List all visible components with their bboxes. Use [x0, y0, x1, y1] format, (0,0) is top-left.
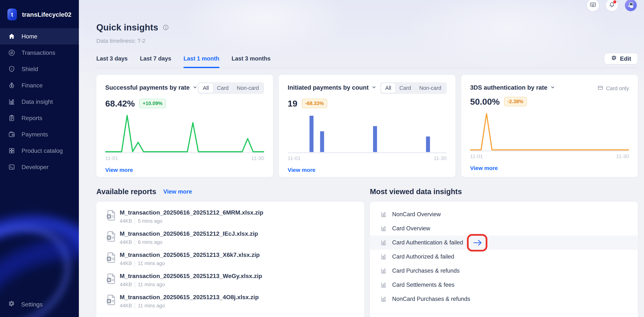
tab-last-7-days[interactable]: Last 7 days — [140, 55, 171, 68]
delta-badge: +10.09% — [139, 99, 166, 108]
segmented-control: All Card Non-card — [198, 82, 264, 94]
metric-value: 50.00% — [470, 96, 500, 107]
sidebar-item-developer[interactable]: Developer — [0, 159, 79, 175]
time-range-tabs: Last 3 days Last 7 days Last 1 month Las… — [96, 53, 638, 68]
home-icon — [8, 32, 16, 40]
assistant-avatar-button[interactable] — [625, 0, 637, 11]
sidebar-item-transactions[interactable]: Transactions — [0, 44, 79, 61]
reports-view-more-link[interactable]: View more — [163, 188, 192, 195]
insight-item-card-purchases-refunds[interactable]: Card Purchases & refunds — [370, 264, 638, 278]
view-more-link[interactable]: View more — [470, 165, 498, 171]
settings-label: Settings — [21, 301, 43, 308]
product-catalog-icon — [8, 147, 16, 154]
insight-item-card-settlements-fees[interactable]: Card Settlements & fees — [370, 278, 638, 292]
report-timestamp: 5 mins ago — [134, 218, 162, 224]
axis-label-start: 11-01 — [105, 155, 118, 161]
assistant-avatar — [627, 1, 634, 9]
reports-panel: M_transaction_20250616_20251212_6MRM.xls… — [96, 202, 364, 317]
segment-card[interactable]: Card — [213, 83, 233, 93]
available-reports-heading: Available reports — [96, 188, 156, 196]
report-filename: M_transaction_20250616_20251212_6MRM.xls… — [120, 209, 263, 216]
excel-file-icon — [106, 274, 116, 284]
arrow-wrap — [469, 236, 486, 250]
insight-item-card-overview[interactable]: Card Overview — [370, 222, 638, 236]
tab-last-3-months[interactable]: Last 3 months — [232, 55, 270, 68]
report-filename: M_transaction_20250615_20251213_WeGy.xls… — [120, 273, 262, 280]
sidebar-item-data-insight[interactable]: Data insight — [0, 94, 79, 110]
sidebar-item-settings[interactable]: Settings — [0, 297, 79, 312]
report-filename: M_transaction_20250615_20251213_4O8j.xls… — [120, 294, 259, 301]
view-more-link[interactable]: View more — [105, 167, 133, 173]
notification-dot — [613, 0, 616, 4]
segmented-control: All Card Non-card — [380, 82, 446, 94]
metric-selector-dropdown[interactable]: Successful payments by rate — [105, 82, 198, 91]
insight-label: Card Authorized & failed — [392, 253, 454, 260]
info-icon[interactable] — [162, 24, 169, 31]
sidebar-nav: Home Transactions Shield Finance Data in… — [0, 28, 79, 175]
segment-all[interactable]: All — [199, 83, 213, 93]
sidebar-item-payments[interactable]: Payments — [0, 126, 79, 142]
view-more-link[interactable]: View more — [288, 167, 316, 173]
insight-item-card-authorized-failed[interactable]: Card Authorized & failed — [370, 250, 638, 264]
segment-non-card[interactable]: Non-card — [233, 83, 263, 93]
report-item[interactable]: M_transaction_20250616_20251212_6MRM.xls… — [106, 209, 354, 224]
delta-badge: -2.38% — [504, 97, 527, 106]
data-insight-icon — [8, 98, 16, 106]
segment-all[interactable]: All — [381, 83, 395, 93]
reports-icon — [8, 114, 16, 122]
tab-last-3-days[interactable]: Last 3 days — [96, 55, 128, 68]
org-switcher[interactable]: t transLifecycle02 — [0, 0, 79, 28]
report-filename: M_transaction_20250616_20251212_IEcJ.xls… — [120, 230, 258, 237]
bar-chart-icon — [380, 225, 387, 232]
app-window: t transLifecycle02 Home Transactions Shi… — [0, 0, 644, 317]
card-title: 3DS authentication by rate — [470, 84, 547, 91]
metric-value: 19 — [288, 98, 297, 108]
main-area: Quick insights Data timeliness: T-2 Last… — [79, 0, 644, 317]
insight-label: Card Settlements & fees — [392, 282, 454, 288]
report-item[interactable]: M_transaction_20250615_20251213_X6k7.xls… — [106, 252, 354, 266]
card-3ds-authentication: 3DS authentication by rate Card only 50.… — [461, 75, 638, 177]
insight-label: NonCard Overview — [392, 211, 441, 218]
bar-chart-icon — [380, 281, 387, 288]
insight-item-card-authentication-failed[interactable]: Card Authentication & failed — [370, 236, 638, 250]
sidebar-item-finance[interactable]: Finance — [0, 77, 79, 94]
sidebar-item-label: Home — [22, 33, 37, 40]
developer-icon — [8, 163, 16, 171]
sidebar-item-reports[interactable]: Reports — [0, 110, 79, 126]
sidebar-item-label: Data insight — [22, 98, 53, 105]
arrow-right-icon[interactable] — [472, 239, 483, 246]
card-initiated-payments: Initiated payments by count All Card Non… — [279, 75, 456, 177]
report-item[interactable]: M_transaction_20250616_20251212_IEcJ.xls… — [106, 230, 354, 245]
scope-label: Card only — [606, 85, 629, 92]
bar-chart-icon — [380, 211, 387, 218]
tab-last-1-month[interactable]: Last 1 month — [184, 55, 219, 68]
org-title: transLifecycle02 — [22, 11, 72, 18]
payments-icon — [8, 130, 16, 138]
finance-icon — [8, 82, 16, 89]
axis-label-start: 11-01 — [470, 154, 483, 160]
metric-selector-dropdown[interactable]: 3DS authentication by rate — [470, 82, 555, 91]
sidebar-item-label: Reports — [22, 115, 42, 122]
shield-icon — [8, 65, 16, 73]
feedback-button[interactable] — [587, 0, 599, 11]
insight-label: Card Overview — [392, 225, 430, 232]
edit-button[interactable]: Edit — [604, 53, 638, 64]
org-logo: t — [8, 8, 17, 20]
segment-card[interactable]: Card — [395, 83, 415, 93]
notifications-button[interactable] — [606, 0, 618, 11]
report-item[interactable]: M_transaction_20250615_20251213_4O8j.xls… — [106, 294, 354, 309]
sidebar: t transLifecycle02 Home Transactions Shi… — [0, 0, 79, 317]
segment-non-card[interactable]: Non-card — [415, 83, 446, 93]
insight-item-noncard-overview[interactable]: NonCard Overview — [370, 207, 638, 222]
excel-file-icon — [106, 210, 116, 221]
report-size: 44KB — [120, 303, 132, 309]
most-viewed-insights-heading: Most viewed data insights — [370, 188, 462, 196]
metric-selector-dropdown[interactable]: Initiated payments by count — [288, 82, 376, 91]
report-item[interactable]: M_transaction_20250615_20251213_WeGy.xls… — [106, 273, 354, 288]
sidebar-item-shield[interactable]: Shield — [0, 61, 79, 77]
excel-file-icon — [106, 231, 116, 242]
sidebar-item-product-catalog[interactable]: Product catalog — [0, 142, 79, 159]
bar-chart-icon — [380, 253, 387, 260]
insight-item-noncard-purchases-refunds[interactable]: NonCard Purchases & refunds — [370, 292, 638, 306]
sidebar-item-home[interactable]: Home — [0, 28, 79, 44]
